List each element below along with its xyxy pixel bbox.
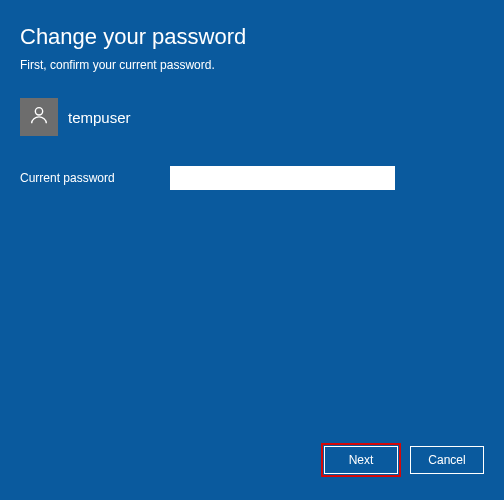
button-bar: Next Cancel [324, 446, 484, 474]
page-title: Change your password [20, 24, 484, 50]
current-password-input[interactable] [170, 166, 395, 190]
current-password-label: Current password [20, 171, 150, 185]
change-password-dialog: Change your password First, confirm your… [0, 0, 504, 190]
current-password-row: Current password [20, 166, 484, 190]
svg-point-0 [35, 108, 42, 115]
cancel-button[interactable]: Cancel [410, 446, 484, 474]
user-row: tempuser [20, 98, 484, 136]
next-button[interactable]: Next [324, 446, 398, 474]
username-label: tempuser [68, 109, 131, 126]
page-subtitle: First, confirm your current password. [20, 58, 484, 72]
avatar [20, 98, 58, 136]
user-icon [28, 104, 50, 130]
